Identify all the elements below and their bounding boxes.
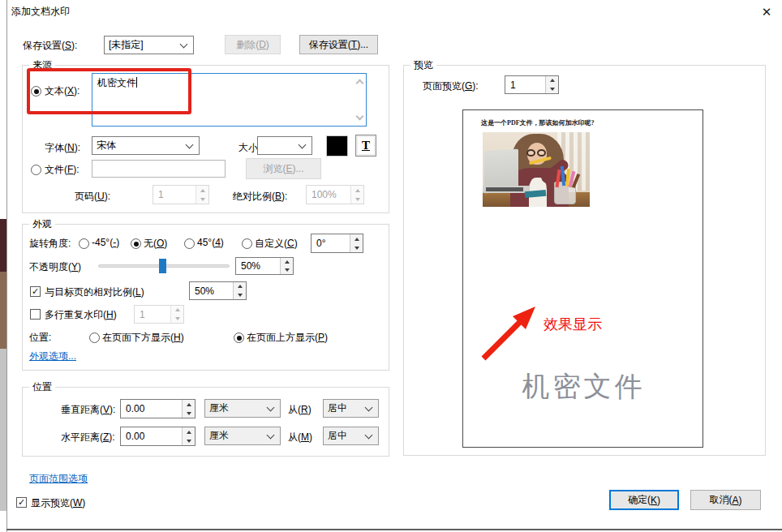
file-path-input[interactable] bbox=[92, 160, 226, 178]
horizontal-from-select[interactable]: 居中 bbox=[323, 427, 379, 445]
spin-down-icon[interactable] bbox=[234, 291, 246, 300]
page-preview-spinner[interactable]: 1 bbox=[505, 75, 559, 94]
spin-up-icon[interactable] bbox=[546, 76, 558, 85]
spin-down-icon[interactable] bbox=[183, 409, 195, 418]
opacity-slider-thumb[interactable] bbox=[159, 259, 166, 273]
page-number-spinner[interactable]: 1 bbox=[153, 185, 209, 204]
show-preview-label: 显示预览(W) bbox=[31, 496, 85, 510]
preview-doc-text: 这是一个PDF文件，那该如何加水印呢? bbox=[481, 118, 595, 127]
spin-down-icon[interactable] bbox=[171, 315, 183, 324]
horizontal-distance-label: 水平距离(Z): bbox=[61, 431, 115, 444]
spin-up-icon[interactable] bbox=[183, 427, 195, 436]
rotation-custom-radio[interactable] bbox=[242, 238, 252, 249]
save-settings-label: 保存设置(S): bbox=[23, 39, 77, 53]
file-source-radio[interactable] bbox=[31, 165, 41, 175]
position-group: 位置 bbox=[22, 387, 389, 457]
relative-scale-label: 与目标页的相对比例(L) bbox=[45, 285, 144, 299]
vertical-unit-select[interactable]: 厘米 bbox=[204, 399, 281, 418]
show-below-label: 在页面下方显示(H) bbox=[102, 331, 184, 345]
cancel-button[interactable]: 取消(A) bbox=[690, 490, 761, 510]
text-style-button[interactable]: T bbox=[355, 135, 376, 157]
show-above-label: 在页面上方显示(P) bbox=[247, 331, 328, 345]
spin-up-icon[interactable] bbox=[183, 400, 195, 409]
browse-button[interactable]: 浏览(E)... bbox=[246, 158, 321, 179]
opacity-spinner[interactable]: 50% bbox=[235, 257, 294, 275]
chevron-down-icon bbox=[267, 404, 275, 412]
saved-setting-select[interactable]: [未指定] bbox=[104, 36, 194, 54]
rotation-none-radio[interactable] bbox=[131, 238, 141, 249]
spin-down-icon[interactable] bbox=[281, 266, 293, 274]
opacity-label: 不透明度(Y) bbox=[29, 260, 81, 274]
layer-position-label: 位置: bbox=[29, 331, 51, 345]
preview-photo bbox=[483, 132, 590, 207]
chevron-down-icon bbox=[186, 141, 194, 149]
save-settings-button[interactable]: 保存设置(T)... bbox=[299, 35, 378, 54]
ok-button[interactable]: 确定(K) bbox=[609, 490, 679, 510]
relative-scale-checkbox[interactable]: ✓ bbox=[30, 286, 41, 297]
delete-button[interactable]: 删除(D) bbox=[225, 35, 281, 54]
rotation-45-radio[interactable] bbox=[184, 238, 195, 249]
rotation-minus45-radio[interactable] bbox=[79, 238, 89, 249]
spin-up-icon[interactable] bbox=[350, 234, 363, 243]
appearance-group-label: 外观 bbox=[29, 217, 55, 231]
file-source-label: 文件(F): bbox=[45, 163, 79, 177]
preview-watermark-text: 机密文件 bbox=[463, 368, 704, 405]
size-select[interactable] bbox=[257, 136, 312, 155]
red-highlight-box bbox=[27, 68, 191, 114]
rotation-45-label: 45°(4) bbox=[197, 237, 224, 248]
spin-down-icon[interactable] bbox=[351, 195, 363, 204]
dialog-left-border bbox=[6, 0, 7, 532]
spin-up-icon[interactable] bbox=[234, 282, 246, 291]
page-number-label: 页码(U): bbox=[75, 190, 110, 204]
spin-down-icon[interactable] bbox=[183, 436, 195, 445]
horizontal-distance-spinner[interactable]: 0.00 bbox=[120, 427, 196, 446]
spin-down-icon[interactable] bbox=[350, 243, 363, 252]
relative-scale-spinner[interactable]: 50% bbox=[189, 281, 247, 300]
dialog-bottom-border bbox=[6, 529, 782, 530]
chevron-down-icon bbox=[180, 41, 188, 49]
multiline-label: 多行重复水印(H) bbox=[45, 308, 117, 322]
absolute-scale-spinner[interactable]: 100% bbox=[306, 185, 364, 204]
horizontal-unit-select[interactable]: 厘米 bbox=[204, 427, 281, 445]
show-below-radio[interactable] bbox=[89, 332, 100, 343]
spin-up-icon[interactable] bbox=[351, 186, 363, 195]
chevron-down-icon bbox=[365, 404, 373, 412]
spin-down-icon[interactable] bbox=[546, 85, 558, 94]
appearance-options-link[interactable]: 外观选项... bbox=[29, 350, 76, 363]
scroll-down-icon[interactable] bbox=[356, 113, 364, 121]
annotation-arrow-icon bbox=[477, 302, 544, 363]
dialog-title: 添加文档水印 bbox=[11, 5, 70, 19]
close-icon[interactable]: ✕ bbox=[757, 2, 776, 22]
font-color-swatch[interactable] bbox=[326, 135, 348, 157]
vertical-distance-spinner[interactable]: 0.00 bbox=[120, 399, 196, 418]
chevron-down-icon bbox=[365, 431, 373, 440]
rotation-label: 旋转角度: bbox=[29, 237, 71, 251]
spin-up-icon[interactable] bbox=[281, 258, 293, 266]
rotation-minus45-label: -45°(-) bbox=[92, 237, 119, 248]
rotation-angle-spinner[interactable]: 0° bbox=[311, 234, 363, 253]
annotation-text: 效果显示 bbox=[544, 315, 602, 334]
show-above-radio[interactable] bbox=[234, 332, 244, 343]
page-range-options-link[interactable]: 页面范围选项 bbox=[29, 472, 88, 486]
multiline-spinner[interactable]: 1 bbox=[134, 305, 184, 324]
multiline-checkbox[interactable] bbox=[30, 309, 41, 320]
horizontal-from-label: 从(M) bbox=[288, 431, 312, 444]
show-preview-checkbox[interactable]: ✓ bbox=[16, 497, 27, 508]
chevron-down-icon bbox=[267, 431, 275, 440]
preview-page: 这是一个PDF文件，那该如何加水印呢? 机密文件 bbox=[462, 109, 703, 448]
spin-down-icon[interactable] bbox=[196, 195, 208, 204]
vertical-from-select[interactable]: 居中 bbox=[323, 399, 379, 418]
font-label: 字体(N): bbox=[45, 141, 80, 155]
font-select[interactable]: 宋体 bbox=[92, 136, 200, 155]
spin-up-icon[interactable] bbox=[196, 186, 208, 195]
position-group-label: 位置 bbox=[29, 380, 55, 394]
spin-up-icon[interactable] bbox=[171, 306, 183, 315]
chevron-down-icon bbox=[299, 141, 307, 149]
page-preview-label: 页面预览(G): bbox=[423, 79, 479, 93]
absolute-scale-label: 绝对比例(B): bbox=[233, 190, 287, 204]
rotation-custom-label: 自定义(C) bbox=[255, 237, 298, 251]
background-app-strip bbox=[0, 0, 6, 532]
screenshot-root: { "window": { "title": "添加文档水印", "close_… bbox=[0, 0, 782, 532]
preview-group-label: 预览 bbox=[410, 58, 436, 72]
scroll-up-icon[interactable] bbox=[356, 79, 364, 88]
